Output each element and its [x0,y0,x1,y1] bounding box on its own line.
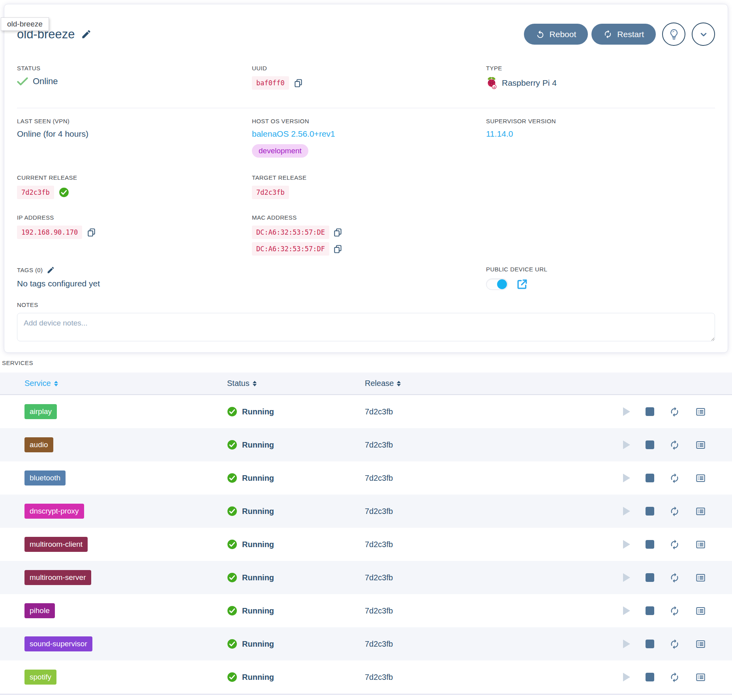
public-url-toggle[interactable] [486,278,508,290]
service-status-text: Running [242,640,274,649]
service-logs-icon[interactable] [695,672,706,683]
release-success-check-icon [59,187,69,198]
service-logs-icon[interactable] [695,639,706,649]
service-release: 7d2c3fb [365,673,623,682]
device-summary-card: old-breeze Reboot Restart [4,4,728,353]
mac-address-field: MAC ADDRESS DC:A6:32:53:57:DE DC:A6:32:5… [252,214,486,256]
service-name-badge: pihole [24,603,55,618]
restart-service-icon[interactable] [669,506,680,517]
running-check-icon [227,406,237,417]
service-name-badge: dnscrypt-proxy [24,504,84,519]
sort-icon [397,381,401,386]
reboot-button[interactable]: Reboot [524,24,588,45]
supervisor-version-link[interactable]: 11.14.0 [486,129,715,139]
device-type-label: TYPE [486,65,715,72]
start-service-icon[interactable] [623,440,630,449]
reboot-icon [536,30,545,39]
start-service-icon[interactable] [623,673,630,681]
copy-ip-icon[interactable] [87,228,96,237]
target-release-label: TARGET RELEASE [252,174,486,181]
mac-address-value-1: DC:A6:32:53:57:DE [252,226,329,239]
service-status-text: Running [242,440,274,450]
notes-field: NOTES [17,301,715,343]
status-label: STATUS [17,65,252,72]
sort-header-service[interactable]: Service [24,379,58,388]
service-name-badge: multiroom-server [24,570,91,585]
service-name-badge: airplay [24,404,57,419]
more-actions-button[interactable] [692,23,715,46]
service-logs-icon[interactable] [695,539,706,550]
service-logs-icon[interactable] [695,473,706,484]
service-status-text: Running [242,673,274,682]
stop-service-icon[interactable] [646,474,654,482]
start-service-icon[interactable] [623,507,630,516]
service-status-text: Running [242,606,274,615]
chevron-down-icon [698,29,709,40]
sort-header-status[interactable]: Status [227,379,257,388]
stop-service-icon[interactable] [646,606,654,615]
sort-icon [253,381,257,386]
restart-service-icon[interactable] [669,606,680,616]
reboot-button-label: Reboot [550,30,576,39]
service-logs-icon[interactable] [695,440,706,450]
stop-service-icon[interactable] [646,507,654,516]
online-check-icon [17,77,28,86]
service-logs-icon[interactable] [695,406,706,417]
start-service-icon[interactable] [623,606,630,615]
restart-button[interactable]: Restart [591,24,656,45]
sort-header-release[interactable]: Release [365,379,401,388]
running-check-icon [227,672,237,682]
running-check-icon [227,572,237,583]
stop-service-icon[interactable] [646,673,654,681]
copy-mac-2-icon[interactable] [333,245,342,254]
host-os-version-link[interactable]: balenaOS 2.56.0+rev1 [252,129,486,139]
restart-service-icon[interactable] [669,639,680,649]
last-seen-label: LAST SEEN (VPN) [17,118,252,124]
restart-service-icon[interactable] [669,440,680,450]
restart-service-icon[interactable] [669,672,680,683]
supervisor-label: SUPERVISOR VERSION [486,118,715,124]
restart-service-icon[interactable] [669,539,680,550]
device-notes-input[interactable] [17,313,715,341]
public-device-url-label: PUBLIC DEVICE URL [486,266,715,273]
current-release-value: 7d2c3fb [17,186,54,199]
service-logs-icon[interactable] [695,506,706,517]
service-status-text: Running [242,507,274,516]
start-service-icon[interactable] [623,640,630,648]
stop-service-icon[interactable] [646,573,654,582]
service-logs-icon[interactable] [695,572,706,583]
restart-service-icon[interactable] [669,572,680,583]
services-section: SERVICES Service Status Release [0,359,732,695]
open-public-url-external-link-icon[interactable] [516,278,528,290]
service-status-text: Running [242,407,274,416]
stop-service-icon[interactable] [646,540,654,549]
device-name-tooltip: old-breeze [1,17,49,31]
stop-service-icon[interactable] [646,407,654,416]
service-name-badge: audio [24,437,53,452]
service-release: 7d2c3fb [365,606,623,615]
edit-tags-icon[interactable] [47,266,55,274]
service-release: 7d2c3fb [365,640,623,649]
host-os-label: HOST OS VERSION [252,118,486,124]
copy-mac-1-icon[interactable] [333,228,342,237]
stop-service-icon[interactable] [646,640,654,648]
service-row: multiroom-client Running 7d2c3fb [0,528,732,561]
copy-uuid-icon[interactable] [294,79,303,88]
restart-service-icon[interactable] [669,406,680,417]
lightbulb-icon [668,28,680,41]
mac-address-value-2: DC:A6:32:53:57:DF [252,242,329,256]
start-service-icon[interactable] [623,407,630,416]
service-logs-icon[interactable] [695,606,706,616]
running-check-icon [227,506,237,516]
start-service-icon[interactable] [623,573,630,582]
service-release: 7d2c3fb [365,540,623,549]
stop-service-icon[interactable] [646,440,654,449]
service-status-text: Running [242,540,274,549]
start-service-icon[interactable] [623,540,630,549]
development-badge: development [252,144,308,158]
edit-device-name-icon[interactable] [81,29,92,40]
restart-service-icon[interactable] [669,473,680,484]
start-service-icon[interactable] [623,474,630,482]
ip-address-label: IP ADDRESS [17,214,252,221]
tips-button[interactable] [662,23,685,46]
